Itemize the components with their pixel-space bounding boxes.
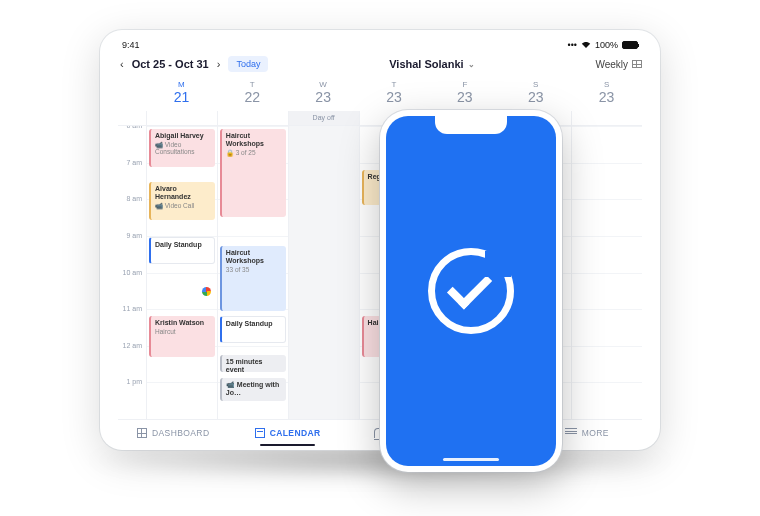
event-meeting[interactable]: 📹 Meeting with Jo… bbox=[220, 378, 286, 401]
event-fifteen[interactable]: 15 minutes event bbox=[220, 355, 286, 373]
battery-icon bbox=[622, 41, 638, 49]
day-column-tue[interactable]: Haircut Workshops🔒 3 of 25 Haircut Works… bbox=[217, 126, 288, 419]
view-mode-label: Weekly bbox=[595, 59, 628, 70]
nav-dashboard[interactable]: DASHBOARD bbox=[118, 428, 228, 438]
day-header-fri[interactable]: F23 bbox=[429, 78, 500, 111]
phone-device bbox=[380, 110, 562, 472]
day-headers: M21 T22 W23 T23 F23 S23 S23 bbox=[146, 78, 642, 111]
day-column-sun[interactable] bbox=[571, 126, 642, 419]
day-header-wed[interactable]: W23 bbox=[288, 78, 359, 111]
prev-week-button[interactable]: ‹ bbox=[118, 58, 126, 70]
day-header-sat[interactable]: S23 bbox=[500, 78, 571, 111]
time-gutter: 6 am7 am8 am9 am 10 am11 am12 am1 pm bbox=[118, 126, 146, 419]
event-workshop-2[interactable]: Haircut Workshops33 of 35 bbox=[220, 246, 286, 310]
checkmark-icon bbox=[447, 264, 492, 309]
app-logo-icon bbox=[428, 248, 514, 334]
user-name-label: Vishal Solanki bbox=[389, 58, 463, 70]
nav-calendar[interactable]: CALENDAR bbox=[232, 428, 342, 438]
chevron-down-icon: ⌄ bbox=[468, 60, 475, 69]
event-standup-tue[interactable]: Daily Standup bbox=[220, 316, 286, 342]
event-abigail[interactable]: Abigail Harvey📹 Video Consultations bbox=[149, 129, 215, 167]
top-bar: ‹ Oct 25 - Oct 31 › Today Vishal Solanki… bbox=[118, 54, 642, 78]
event-alvaro[interactable]: Alvaro Hernandez📹 Video Call bbox=[149, 182, 215, 220]
day-column-wed[interactable] bbox=[288, 126, 359, 419]
today-button[interactable]: Today bbox=[228, 56, 268, 72]
phone-screen bbox=[386, 116, 556, 466]
day-header-thu[interactable]: T23 bbox=[359, 78, 430, 111]
event-workshop-1[interactable]: Haircut Workshops🔒 3 of 25 bbox=[220, 129, 286, 217]
battery-percent: 100% bbox=[595, 40, 618, 50]
event-standup-mon[interactable]: Daily Standup bbox=[149, 237, 215, 263]
phone-notch bbox=[435, 116, 507, 134]
google-icon bbox=[149, 284, 215, 307]
next-week-button[interactable]: › bbox=[215, 58, 223, 70]
grid-icon bbox=[632, 60, 642, 68]
dayoff-badge: Day off bbox=[288, 111, 359, 125]
day-column-mon[interactable]: Abigail Harvey📹 Video Consultations Alva… bbox=[146, 126, 217, 419]
view-mode-selector[interactable]: Weekly bbox=[595, 59, 642, 70]
signal-icon: ••• bbox=[568, 40, 577, 50]
day-header-mon[interactable]: M21 bbox=[146, 78, 217, 111]
wifi-icon bbox=[581, 41, 591, 49]
date-range-label[interactable]: Oct 25 - Oct 31 bbox=[132, 58, 209, 70]
status-bar: 9:41 ••• 100% bbox=[118, 38, 642, 54]
event-kristin[interactable]: Kristin WatsonHaircut bbox=[149, 316, 215, 357]
hamburger-icon bbox=[565, 428, 577, 438]
calendar-icon bbox=[255, 428, 265, 438]
day-header-sun[interactable]: S23 bbox=[571, 78, 642, 111]
status-time: 9:41 bbox=[122, 40, 140, 50]
dashboard-icon bbox=[137, 428, 147, 438]
user-selector[interactable]: Vishal Solanki ⌄ bbox=[389, 58, 474, 70]
day-header-tue[interactable]: T22 bbox=[217, 78, 288, 111]
home-indicator bbox=[443, 458, 499, 461]
